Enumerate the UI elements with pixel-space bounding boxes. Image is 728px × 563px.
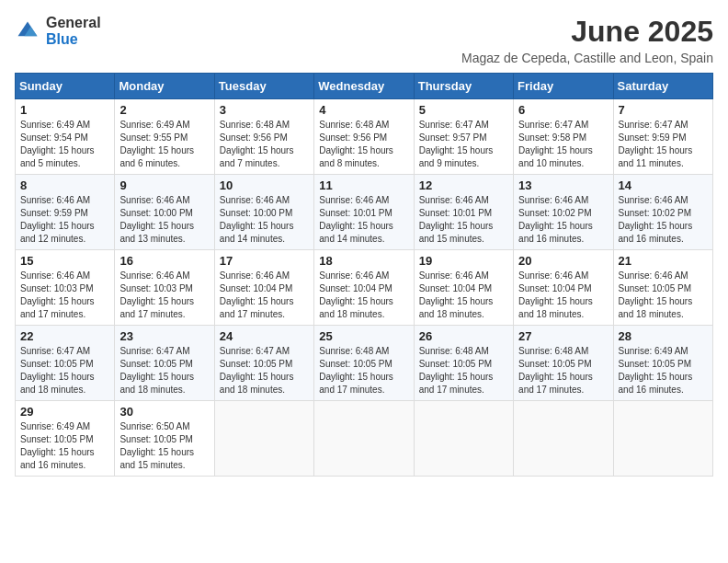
title-block: June 2025 Magaz de Cepeda, Castille and …: [461, 15, 713, 65]
table-row: 14Sunrise: 6:46 AM Sunset: 10:02 PM Dayl…: [613, 175, 712, 250]
table-row: [514, 401, 613, 477]
logo: General Blue: [15, 15, 101, 47]
day-number: 25: [319, 329, 408, 343]
calendar-header-row: Sunday Monday Tuesday Wednesday Thursday…: [16, 74, 713, 99]
day-number: 20: [518, 254, 608, 268]
table-row: 24Sunrise: 6:47 AM Sunset: 10:05 PM Dayl…: [214, 326, 313, 401]
table-row: 4Sunrise: 6:48 AM Sunset: 9:56 PM Daylig…: [314, 99, 414, 175]
day-number: 12: [419, 178, 508, 192]
day-info: Sunrise: 6:46 AM Sunset: 10:05 PM Daylig…: [619, 270, 708, 321]
logo-text: General Blue: [46, 15, 101, 47]
day-info: Sunrise: 6:47 AM Sunset: 10:05 PM Daylig…: [119, 345, 209, 396]
table-row: [214, 401, 313, 477]
day-number: 27: [518, 329, 608, 343]
table-row: 8Sunrise: 6:46 AM Sunset: 9:59 PM Daylig…: [16, 175, 115, 250]
day-number: 21: [619, 254, 708, 268]
table-row: 6Sunrise: 6:47 AM Sunset: 9:58 PM Daylig…: [514, 99, 613, 175]
location-title: Magaz de Cepeda, Castille and Leon, Spai…: [461, 51, 713, 65]
day-number: 11: [319, 178, 408, 192]
day-info: Sunrise: 6:48 AM Sunset: 9:56 PM Dayligh…: [220, 119, 309, 170]
header-monday: Monday: [115, 74, 214, 99]
table-row: 2Sunrise: 6:49 AM Sunset: 9:55 PM Daylig…: [115, 99, 214, 175]
header-saturday: Saturday: [613, 74, 712, 99]
day-number: 18: [319, 254, 408, 268]
day-info: Sunrise: 6:46 AM Sunset: 10:04 PM Daylig…: [419, 270, 508, 321]
header-tuesday: Tuesday: [214, 74, 313, 99]
day-number: 30: [119, 405, 209, 419]
table-row: 13Sunrise: 6:46 AM Sunset: 10:02 PM Dayl…: [514, 175, 613, 250]
day-number: 22: [20, 329, 109, 343]
day-number: 24: [220, 329, 309, 343]
table-row: 26Sunrise: 6:48 AM Sunset: 10:05 PM Dayl…: [414, 326, 513, 401]
day-info: Sunrise: 6:49 AM Sunset: 9:54 PM Dayligh…: [20, 119, 109, 170]
table-row: [314, 401, 414, 477]
table-row: 15Sunrise: 6:46 AM Sunset: 10:03 PM Dayl…: [16, 250, 115, 326]
day-number: 26: [419, 329, 508, 343]
table-row: 10Sunrise: 6:46 AM Sunset: 10:00 PM Dayl…: [214, 175, 313, 250]
table-row: 25Sunrise: 6:48 AM Sunset: 10:05 PM Dayl…: [314, 326, 414, 401]
header-sunday: Sunday: [16, 74, 115, 99]
table-row: 29Sunrise: 6:49 AM Sunset: 10:05 PM Dayl…: [16, 401, 115, 477]
day-number: 16: [119, 254, 209, 268]
day-number: 4: [319, 103, 408, 117]
day-number: 14: [619, 178, 708, 192]
table-row: 1Sunrise: 6:49 AM Sunset: 9:54 PM Daylig…: [16, 99, 115, 175]
day-number: 29: [20, 405, 109, 419]
day-info: Sunrise: 6:49 AM Sunset: 10:05 PM Daylig…: [20, 420, 109, 472]
day-number: 2: [119, 103, 209, 117]
table-row: 3Sunrise: 6:48 AM Sunset: 9:56 PM Daylig…: [214, 99, 313, 175]
day-number: 8: [20, 178, 109, 192]
day-info: Sunrise: 6:46 AM Sunset: 10:01 PM Daylig…: [419, 194, 508, 246]
day-number: 10: [220, 178, 309, 192]
day-info: Sunrise: 6:46 AM Sunset: 10:02 PM Daylig…: [518, 194, 608, 246]
table-row: 20Sunrise: 6:46 AM Sunset: 10:04 PM Dayl…: [514, 250, 613, 326]
logo-blue-text: Blue: [46, 31, 101, 48]
table-row: 7Sunrise: 6:47 AM Sunset: 9:59 PM Daylig…: [613, 99, 712, 175]
day-info: Sunrise: 6:46 AM Sunset: 10:00 PM Daylig…: [119, 194, 209, 246]
day-number: 23: [119, 329, 209, 343]
day-info: Sunrise: 6:48 AM Sunset: 9:56 PM Dayligh…: [319, 119, 408, 170]
day-info: Sunrise: 6:46 AM Sunset: 9:59 PM Dayligh…: [20, 194, 109, 246]
day-number: 9: [119, 178, 209, 192]
day-number: 17: [220, 254, 309, 268]
day-info: Sunrise: 6:50 AM Sunset: 10:05 PM Daylig…: [119, 420, 209, 472]
page-header: General Blue June 2025 Magaz de Cepeda, …: [15, 15, 713, 65]
calendar-table: Sunday Monday Tuesday Wednesday Thursday…: [15, 73, 713, 477]
table-row: 17Sunrise: 6:46 AM Sunset: 10:04 PM Dayl…: [214, 250, 313, 326]
day-info: Sunrise: 6:46 AM Sunset: 10:04 PM Daylig…: [220, 270, 309, 321]
day-info: Sunrise: 6:46 AM Sunset: 10:03 PM Daylig…: [20, 270, 109, 321]
table-row: 11Sunrise: 6:46 AM Sunset: 10:01 PM Dayl…: [314, 175, 414, 250]
day-number: 15: [20, 254, 109, 268]
day-info: Sunrise: 6:47 AM Sunset: 10:05 PM Daylig…: [220, 345, 309, 396]
month-title: June 2025: [461, 15, 713, 49]
table-row: 18Sunrise: 6:46 AM Sunset: 10:04 PM Dayl…: [314, 250, 414, 326]
table-row: 22Sunrise: 6:47 AM Sunset: 10:05 PM Dayl…: [16, 326, 115, 401]
day-info: Sunrise: 6:48 AM Sunset: 10:05 PM Daylig…: [419, 345, 508, 396]
day-info: Sunrise: 6:49 AM Sunset: 10:05 PM Daylig…: [619, 345, 708, 396]
day-info: Sunrise: 6:46 AM Sunset: 10:00 PM Daylig…: [220, 194, 309, 246]
table-row: 5Sunrise: 6:47 AM Sunset: 9:57 PM Daylig…: [414, 99, 513, 175]
table-row: 21Sunrise: 6:46 AM Sunset: 10:05 PM Dayl…: [613, 250, 712, 326]
day-info: Sunrise: 6:47 AM Sunset: 9:59 PM Dayligh…: [619, 119, 708, 170]
table-row: 28Sunrise: 6:49 AM Sunset: 10:05 PM Dayl…: [613, 326, 712, 401]
table-row: 23Sunrise: 6:47 AM Sunset: 10:05 PM Dayl…: [115, 326, 214, 401]
day-number: 13: [518, 178, 608, 192]
day-info: Sunrise: 6:48 AM Sunset: 10:05 PM Daylig…: [518, 345, 608, 396]
day-number: 7: [619, 103, 708, 117]
table-row: 27Sunrise: 6:48 AM Sunset: 10:05 PM Dayl…: [514, 326, 613, 401]
table-row: 30Sunrise: 6:50 AM Sunset: 10:05 PM Dayl…: [115, 401, 214, 477]
day-number: 1: [20, 103, 109, 117]
table-row: 19Sunrise: 6:46 AM Sunset: 10:04 PM Dayl…: [414, 250, 513, 326]
logo-icon: [15, 18, 40, 44]
day-info: Sunrise: 6:46 AM Sunset: 10:02 PM Daylig…: [619, 194, 708, 246]
day-info: Sunrise: 6:47 AM Sunset: 9:57 PM Dayligh…: [419, 119, 508, 170]
day-number: 28: [619, 329, 708, 343]
header-thursday: Thursday: [414, 74, 513, 99]
table-row: [613, 401, 712, 477]
day-info: Sunrise: 6:48 AM Sunset: 10:05 PM Daylig…: [319, 345, 408, 396]
table-row: 12Sunrise: 6:46 AM Sunset: 10:01 PM Dayl…: [414, 175, 513, 250]
day-info: Sunrise: 6:46 AM Sunset: 10:04 PM Daylig…: [319, 270, 408, 321]
header-wednesday: Wednesday: [314, 74, 414, 99]
logo-general-text: General: [46, 15, 101, 31]
header-friday: Friday: [514, 74, 613, 99]
